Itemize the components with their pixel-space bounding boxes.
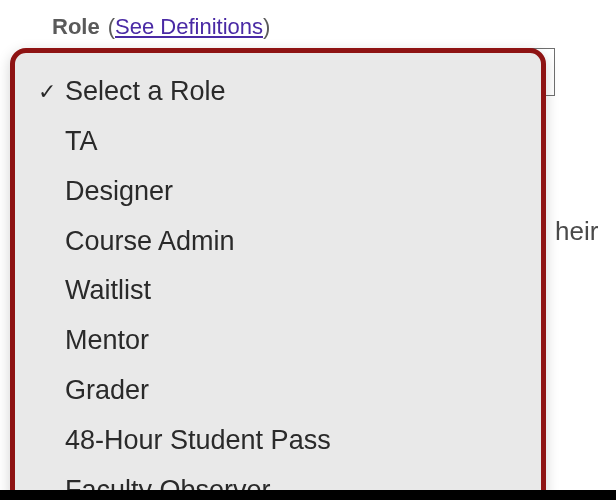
role-option[interactable]: 48-Hour Student Pass: [29, 416, 521, 466]
bottom-black-strip: [0, 490, 616, 500]
role-option[interactable]: Course Admin: [29, 217, 521, 267]
role-option-label: TA: [65, 121, 521, 163]
role-option[interactable]: Grader: [29, 366, 521, 416]
see-definitions-link[interactable]: See Definitions: [115, 14, 263, 39]
role-option[interactable]: Designer: [29, 167, 521, 217]
paren-open: (: [108, 14, 115, 39]
role-field-label: Role: [52, 14, 100, 40]
role-option[interactable]: ✓Select a Role: [29, 67, 521, 117]
role-option-label: Grader: [65, 370, 521, 412]
role-option[interactable]: TA: [29, 117, 521, 167]
paren-close: ): [263, 14, 270, 39]
role-option[interactable]: Mentor: [29, 316, 521, 366]
role-option-label: Course Admin: [65, 221, 521, 263]
role-option[interactable]: Waitlist: [29, 266, 521, 316]
role-option-label: Select a Role: [65, 71, 521, 113]
role-option-label: 48-Hour Student Pass: [65, 420, 521, 462]
role-dropdown-menu[interactable]: ✓Select a RoleTADesignerCourse AdminWait…: [10, 48, 546, 500]
role-option-label: Designer: [65, 171, 521, 213]
role-option-label: Waitlist: [65, 270, 521, 312]
checkmark-icon: ✓: [29, 75, 65, 109]
role-option-label: Mentor: [65, 320, 521, 362]
obscured-background-text: heir: [555, 216, 598, 247]
